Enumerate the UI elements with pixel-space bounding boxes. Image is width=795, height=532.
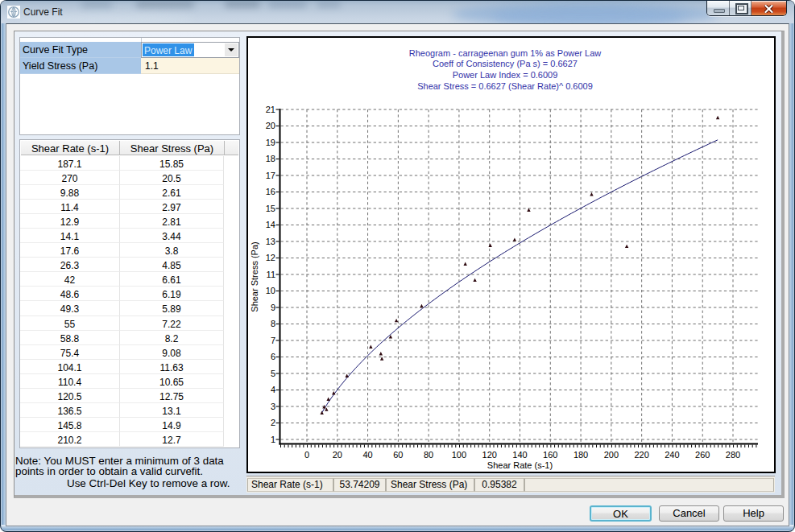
svg-text:8: 8 [271, 319, 275, 328]
svg-text:200: 200 [604, 450, 619, 460]
svg-text:12: 12 [266, 253, 275, 262]
svg-text:7: 7 [271, 336, 275, 345]
svg-text:40: 40 [362, 450, 372, 460]
svg-text:21: 21 [266, 105, 275, 114]
svg-text:13: 13 [266, 237, 275, 246]
svg-text:80: 80 [424, 450, 433, 460]
svg-text:11: 11 [267, 270, 275, 279]
svg-text:100: 100 [452, 450, 466, 460]
svg-text:260: 260 [695, 450, 710, 460]
svg-text:14: 14 [266, 220, 275, 229]
svg-text:Power Law Index = 0.6009: Power Law Index = 0.6009 [453, 70, 558, 80]
svg-text:0: 0 [304, 450, 309, 460]
svg-text:19: 19 [266, 138, 275, 147]
svg-text:Shear Stress (Pa): Shear Stress (Pa) [250, 241, 259, 311]
svg-text:9: 9 [271, 303, 275, 312]
svg-text:6: 6 [271, 352, 275, 361]
svg-text:Coeff of Consistency (Pa s) =: Coeff of Consistency (Pa s) = 0.6627 [433, 59, 578, 68]
svg-text:220: 220 [634, 450, 648, 460]
svg-text:120: 120 [482, 450, 497, 460]
svg-text:60: 60 [393, 450, 403, 460]
svg-text:Shear Stress = 0.6627 (Shear R: Shear Stress = 0.6627 (Shear Rate)^ 0.60… [417, 81, 593, 91]
svg-text:20: 20 [333, 450, 342, 460]
svg-text:280: 280 [726, 450, 740, 460]
svg-text:180: 180 [573, 450, 588, 460]
svg-text:16: 16 [266, 187, 275, 196]
svg-text:160: 160 [543, 450, 557, 460]
svg-text:1: 1 [271, 435, 275, 444]
svg-text:18: 18 [266, 154, 275, 163]
svg-text:15: 15 [266, 204, 275, 213]
svg-text:4: 4 [271, 385, 275, 394]
svg-text:140: 140 [512, 450, 527, 460]
svg-text:Rheogram - carrageenan gum 1%: Rheogram - carrageenan gum 1% as Power L… [409, 48, 602, 58]
svg-text:2: 2 [271, 418, 275, 427]
svg-text:Shear Rate (s-1): Shear Rate (s-1) [487, 460, 553, 470]
svg-text:17: 17 [266, 171, 275, 180]
svg-text:5: 5 [271, 369, 275, 378]
svg-text:20: 20 [266, 121, 275, 130]
svg-text:10: 10 [266, 286, 275, 295]
svg-text:3: 3 [271, 402, 275, 411]
svg-text:240: 240 [665, 450, 679, 460]
